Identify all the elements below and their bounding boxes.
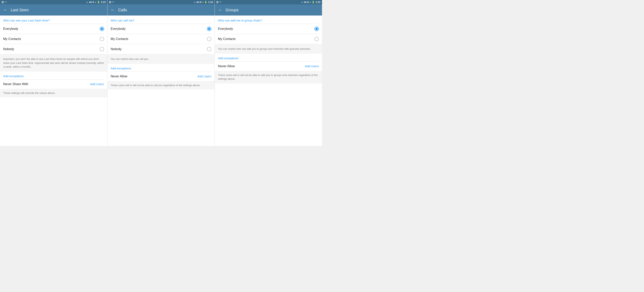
status-bar: 🖼 🛡 ⊙ 4G R ▾ 🔋 1:13 bbox=[0, 0, 107, 4]
section-question: Who can add me to group chats? bbox=[215, 15, 322, 24]
content-area: Who can see your Last Seen time?Everybod… bbox=[0, 15, 107, 146]
exception-row: Never Share WithAdd Users bbox=[0, 80, 107, 89]
section-question: Who can see your Last Seen time? bbox=[0, 15, 107, 24]
radio-option-0[interactable]: Everybody bbox=[108, 24, 215, 34]
location-icon: ⊙ bbox=[194, 1, 196, 3]
shield-icon: 🛡 bbox=[112, 1, 114, 3]
add-users-button[interactable]: Add Users bbox=[305, 64, 319, 68]
add-exceptions-label[interactable]: Add exceptions bbox=[215, 54, 322, 61]
signal-label: 4G R bbox=[196, 1, 202, 3]
exception-row: Never AllowAdd Users bbox=[215, 62, 322, 71]
header-title: Groups bbox=[226, 8, 238, 12]
signal-label: 4G R bbox=[304, 1, 309, 3]
header-title: Last Seen bbox=[11, 8, 29, 12]
radio-label: Everybody bbox=[3, 27, 18, 31]
add-users-button[interactable]: Add Users bbox=[90, 82, 104, 86]
radio-indicator[interactable] bbox=[100, 27, 104, 31]
radio-indicator[interactable] bbox=[207, 47, 211, 51]
status-icons-left: 🖼 🛡 bbox=[2, 1, 7, 3]
info-text: You can restrict who can call you. bbox=[108, 54, 215, 64]
radio-indicator[interactable] bbox=[314, 37, 319, 41]
radio-option-0[interactable]: Everybody bbox=[0, 24, 107, 34]
panel-last-seen: 🖼 🛡 ⊙ 4G R ▾ 🔋 1:13 ← Last Seen Who can … bbox=[0, 0, 108, 146]
bottom-info-text: These settings will override the values … bbox=[0, 89, 107, 97]
info-text: Important: you won't be able to see Last… bbox=[0, 54, 107, 72]
shield-icon: 🛡 bbox=[4, 1, 7, 3]
content-area: Who can add me to group chats?EverybodyM… bbox=[215, 15, 322, 146]
bottom-info-text: These users will or will not be able to … bbox=[215, 71, 322, 83]
radio-indicator[interactable] bbox=[207, 37, 211, 41]
radio-label: My Contacts bbox=[111, 37, 128, 41]
content-area: Who can call me?EverybodyMy ContactsNobo… bbox=[108, 15, 215, 146]
radio-option-2[interactable]: Nobody bbox=[0, 44, 107, 54]
exception-type-label: Never Allow bbox=[111, 75, 127, 78]
radio-label: My Contacts bbox=[218, 37, 236, 41]
header: ← Last Seen bbox=[0, 4, 107, 15]
panel-groups: 🖼 🛡 ⊙ 4G R ▾ 🔋 1:13 ← Groups Who can add… bbox=[215, 0, 322, 146]
radio-label: Everybody bbox=[218, 27, 233, 31]
status-bar: 🖼 🛡 ⊙ 4G R ▾ 🔋 1:13 bbox=[215, 0, 322, 4]
back-button[interactable]: ← bbox=[218, 7, 222, 12]
bottom-info-text: These users will or will not be able to … bbox=[108, 81, 215, 90]
signal-bars-icon: ▾ bbox=[95, 1, 96, 3]
radio-indicator[interactable] bbox=[100, 47, 104, 51]
radio-option-2[interactable]: Nobody bbox=[108, 44, 215, 54]
add-users-button[interactable]: Add Users bbox=[198, 75, 211, 78]
exception-type-label: Never Share With bbox=[3, 82, 28, 86]
photo-icon: 🖼 bbox=[216, 1, 218, 3]
battery-icon: 🔋 bbox=[204, 1, 207, 3]
signal-label: 4G R bbox=[89, 1, 94, 3]
radio-indicator[interactable] bbox=[100, 37, 104, 41]
time-label: 1:13 bbox=[208, 1, 213, 3]
location-icon: ⊙ bbox=[301, 1, 303, 3]
signal-bars-icon: ▾ bbox=[202, 1, 204, 3]
radio-option-1[interactable]: My Contacts bbox=[0, 34, 107, 44]
info-text: You can restrict who can add you to grou… bbox=[215, 44, 322, 54]
radio-label: Nobody bbox=[3, 47, 14, 51]
radio-option-0[interactable]: Everybody bbox=[215, 24, 322, 34]
radio-indicator[interactable] bbox=[314, 27, 319, 31]
header: ← Groups bbox=[215, 4, 322, 15]
photo-icon: 🖼 bbox=[109, 1, 111, 3]
back-button[interactable]: ← bbox=[3, 7, 8, 12]
battery-icon: 🔋 bbox=[97, 1, 100, 3]
exception-row: Never AllowAdd Users bbox=[108, 72, 215, 81]
panel-calls: 🖼 🛡 ⊙ 4G R ▾ 🔋 1:13 ← Calls Who can call… bbox=[108, 0, 215, 146]
location-icon: ⊙ bbox=[86, 1, 88, 3]
header: ← Calls bbox=[108, 4, 215, 15]
radio-label: My Contacts bbox=[3, 37, 21, 41]
status-bar: 🖼 🛡 ⊙ 4G R ▾ 🔋 1:13 bbox=[108, 0, 215, 4]
signal-bars-icon: ▾ bbox=[310, 1, 311, 3]
radio-label: Everybody bbox=[111, 27, 126, 31]
back-button[interactable]: ← bbox=[111, 7, 115, 12]
photo-icon: 🖼 bbox=[2, 1, 4, 3]
status-icons-left: 🖼 🛡 bbox=[109, 1, 114, 3]
radio-option-1[interactable]: My Contacts bbox=[215, 34, 322, 44]
section-question: Who can call me? bbox=[108, 15, 215, 24]
radio-label: Nobody bbox=[111, 47, 122, 51]
shield-icon: 🛡 bbox=[219, 1, 222, 3]
time-label: 1:13 bbox=[316, 1, 320, 3]
exception-type-label: Never Allow bbox=[218, 64, 235, 68]
radio-indicator[interactable] bbox=[207, 27, 211, 31]
header-title: Calls bbox=[118, 8, 127, 12]
battery-icon: 🔋 bbox=[312, 1, 315, 3]
add-exceptions-label[interactable]: Add exceptions bbox=[108, 64, 215, 72]
time-label: 1:13 bbox=[101, 1, 106, 3]
status-icons-left: 🖼 🛡 bbox=[216, 1, 222, 3]
add-exceptions-label[interactable]: Add exceptions bbox=[0, 72, 107, 79]
radio-option-1[interactable]: My Contacts bbox=[108, 34, 215, 44]
